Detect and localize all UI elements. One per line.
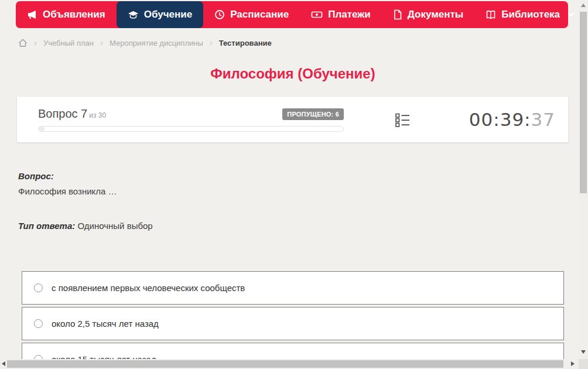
vertical-scrollbar-thumb[interactable]: [580, 12, 587, 193]
nav-item-label: Библиотека: [501, 9, 560, 20]
breadcrumb-separator: ›: [100, 38, 103, 47]
progress-bar: [38, 126, 344, 132]
question-counter-label: Вопрос 7: [38, 107, 87, 120]
answer-option-1[interactable]: с появлением первых человеческих сообщес…: [22, 271, 564, 305]
nav-item-label: Документы: [408, 9, 464, 20]
main-nav: Объявления Обучение Расписание Платежи Д…: [16, 1, 568, 28]
nav-item-learning[interactable]: Обучение: [117, 1, 203, 28]
scroll-up-arrow[interactable]: [581, 4, 586, 7]
nav-item-announcements[interactable]: Объявления: [16, 1, 117, 28]
page: Объявления Обучение Расписание Платежи Д…: [0, 0, 588, 369]
horizontal-scrollbar[interactable]: [0, 359, 579, 369]
nav-item-library[interactable]: Библиотека: [474, 1, 586, 28]
answer-option-2[interactable]: около 2,5 тысяч лет назад: [22, 307, 564, 340]
breadcrumb-item-study-plan[interactable]: Учебный план: [43, 39, 94, 47]
skipped-badge: ПРОПУЩЕНО: 6: [282, 108, 344, 120]
question-body: Вопрос: Философия возникла … Тип ответа:…: [18, 171, 153, 231]
scroll-down-arrow[interactable]: [581, 350, 586, 354]
question-card: Вопрос 7из 30 ПРОПУЩЕНО: 6 00:39:37: [17, 97, 568, 142]
nav-item-label: Платежи: [328, 9, 371, 20]
megaphone-icon: [27, 9, 37, 20]
scroll-left-arrow[interactable]: [2, 361, 5, 366]
breadcrumb: › Учебный план › Мероприятие дисциплины …: [18, 36, 272, 49]
radio-button[interactable]: [34, 319, 43, 328]
nav-item-schedule[interactable]: Расписание: [203, 1, 300, 28]
breadcrumb-item-current: Тестирование: [219, 39, 272, 47]
question-counter-total: из 30: [89, 111, 106, 119]
graduation-cap-icon: [128, 9, 139, 20]
question-text: Философия возникла …: [18, 186, 153, 196]
answer-type-row: Тип ответа: Одиночный выбор: [18, 221, 153, 231]
question-counter: Вопрос 7из 30: [38, 107, 106, 121]
document-icon: [393, 9, 402, 20]
answer-option-label: с появлением первых человеческих сообщес…: [52, 283, 245, 293]
breadcrumb-separator: ›: [210, 38, 213, 47]
clock-icon: [214, 9, 225, 20]
radio-button[interactable]: [34, 283, 43, 292]
scrollbar-corner: [579, 359, 588, 369]
vertical-scrollbar[interactable]: [579, 0, 588, 359]
book-icon: [486, 9, 496, 20]
progress-bar-fill: [39, 127, 45, 131]
timer: 00:39:37: [469, 109, 555, 130]
wallet-icon: [311, 9, 323, 20]
page-title: Философия (Обучение): [0, 66, 586, 82]
answer-type-value: Одиночный выбор: [77, 221, 152, 231]
nav-item-documents[interactable]: Документы: [382, 1, 475, 28]
answer-type-label: Тип ответа:: [18, 221, 75, 231]
timer-seconds: 37: [531, 109, 555, 130]
answer-option-label: около 2,5 тысяч лет назад: [52, 319, 159, 329]
breadcrumb-item-discipline-event[interactable]: Мероприятие дисциплины: [110, 39, 203, 47]
nav-item-label: Обучение: [144, 9, 192, 20]
nav-item-label: Объявления: [43, 9, 105, 20]
nav-item-label: Расписание: [230, 9, 289, 20]
chevron-down-icon: [568, 12, 575, 17]
breadcrumb-separator: ›: [34, 38, 37, 47]
question-heading: Вопрос:: [18, 171, 153, 181]
answer-options: с появлением первых человеческих сообщес…: [22, 271, 564, 369]
scroll-right-arrow[interactable]: [571, 361, 575, 366]
question-list-icon[interactable]: [394, 111, 411, 128]
timer-main: 00:39:: [469, 109, 531, 130]
home-icon[interactable]: [18, 39, 28, 47]
nav-item-payments[interactable]: Платежи: [300, 1, 382, 28]
horizontal-scrollbar-thumb[interactable]: [7, 360, 563, 368]
question-progress-block: Вопрос 7из 30 ПРОПУЩЕНО: 6: [38, 107, 344, 132]
